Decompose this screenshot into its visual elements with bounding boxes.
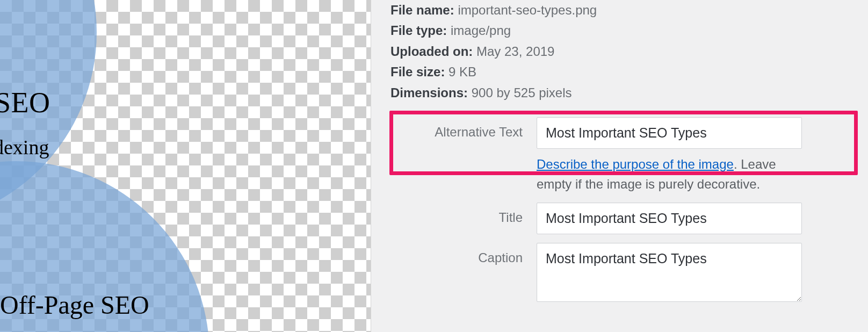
- meta-file-size: File size: 9 KB: [390, 62, 868, 82]
- meta-file-name-label: File name:: [390, 3, 454, 17]
- title-field-wrap: [537, 203, 852, 234]
- meta-dimensions-value: 900 by 525 pixels: [472, 85, 572, 100]
- alt-text-help: Describe the purpose of the image. Leave…: [537, 154, 802, 194]
- attachment-details-container: SEO dexing Off-Page SEO File name: impor…: [0, 0, 868, 332]
- meta-file-type: File type: image/png: [390, 20, 868, 41]
- meta-dimensions: Dimensions: 900 by 525 pixels: [390, 83, 868, 103]
- meta-dimensions-label: Dimensions:: [390, 85, 468, 100]
- meta-file-type-value: image/png: [451, 23, 511, 38]
- form-row-caption: Caption: [387, 243, 852, 302]
- attachment-form: Alternative Text Describe the purpose of…: [371, 117, 868, 302]
- attachment-details-panel: File name: important-seo-types.png File …: [371, 0, 868, 332]
- meta-uploaded-value: May 23, 2019: [476, 44, 554, 59]
- meta-file-size-label: File size:: [390, 64, 445, 79]
- caption-textarea[interactable]: [537, 243, 802, 302]
- form-row-alt-text: Alternative Text Describe the purpose of…: [387, 117, 852, 194]
- attachment-preview-panel: SEO dexing Off-Page SEO: [0, 0, 371, 332]
- form-row-title: Title: [387, 203, 852, 234]
- caption-field-wrap: [537, 243, 852, 302]
- title-input[interactable]: [537, 203, 802, 234]
- meta-file-size-value: 9 KB: [449, 64, 476, 79]
- meta-file-name-value: important-seo-types.png: [458, 3, 597, 17]
- alt-text-field-wrap: Describe the purpose of the image. Leave…: [537, 117, 852, 194]
- alt-text-help-link[interactable]: Describe the purpose of the image: [537, 157, 734, 171]
- alt-text-label: Alternative Text: [387, 117, 537, 140]
- caption-label: Caption: [387, 243, 537, 265]
- alt-text-input[interactable]: [537, 117, 802, 149]
- meta-file-type-label: File type:: [390, 23, 447, 38]
- meta-uploaded-label: Uploaded on:: [390, 44, 473, 59]
- meta-file-name: File name: important-seo-types.png: [390, 0, 868, 20]
- title-label: Title: [387, 203, 537, 225]
- attachment-meta-block: File name: important-seo-types.png File …: [371, 0, 868, 117]
- transparency-checkerboard: [0, 0, 371, 332]
- meta-uploaded: Uploaded on: May 23, 2019: [390, 41, 868, 62]
